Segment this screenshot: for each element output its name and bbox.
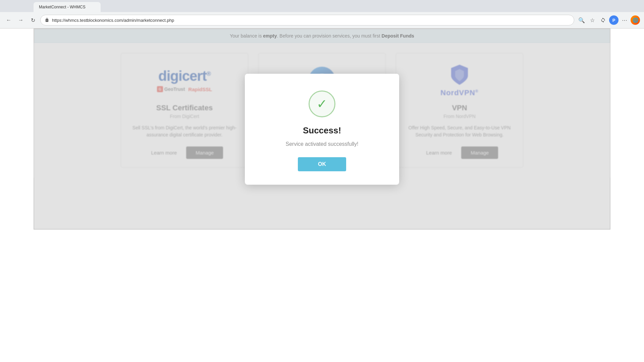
page-content: Your balance is empty. Before you can pr… (0, 28, 644, 362)
checkmark-icon: ✓ (317, 98, 327, 110)
back-button[interactable]: ← (4, 15, 13, 25)
forward-button[interactable]: → (16, 15, 25, 25)
menu-button[interactable]: ⋯ (620, 15, 629, 25)
bookmark-button[interactable]: ☆ (588, 15, 597, 25)
modal-title: Success! (303, 125, 341, 136)
toolbar-icons: 🔍 ☆ P ⋯ 🌐 (577, 15, 640, 25)
ok-button[interactable]: OK (298, 157, 346, 171)
modal-overlay: ✓ Success! Service activated successfull… (34, 29, 610, 229)
success-circle: ✓ (309, 90, 335, 117)
success-modal: ✓ Success! Service activated successfull… (245, 74, 399, 185)
browser-toolbar: ← → ↻ https://whmcs.testblockonomics.com… (0, 12, 644, 28)
inner-page: Your balance is empty. Before you can pr… (34, 28, 610, 230)
browser-tab[interactable]: MarketConnect - WHMCS (34, 2, 101, 12)
url-text: https://whmcs.testblockonomics.com/admin… (52, 18, 570, 23)
browser-tabs: MarketConnect - WHMCS (0, 0, 644, 12)
firefox-icon: 🌐 (631, 15, 640, 25)
tab-title: MarketConnect - WHMCS (39, 5, 86, 9)
modal-message: Service activated successfully! (286, 141, 359, 147)
zoom-button[interactable]: 🔍 (577, 15, 586, 25)
sync-button[interactable] (598, 15, 608, 25)
browser-chrome: MarketConnect - WHMCS ← → ↻ https://whmc… (0, 0, 644, 28)
refresh-button[interactable]: ↻ (28, 15, 38, 25)
lock-icon (45, 18, 49, 22)
address-bar[interactable]: https://whmcs.testblockonomics.com/admin… (40, 15, 574, 25)
profile-icon[interactable]: P (609, 15, 619, 25)
